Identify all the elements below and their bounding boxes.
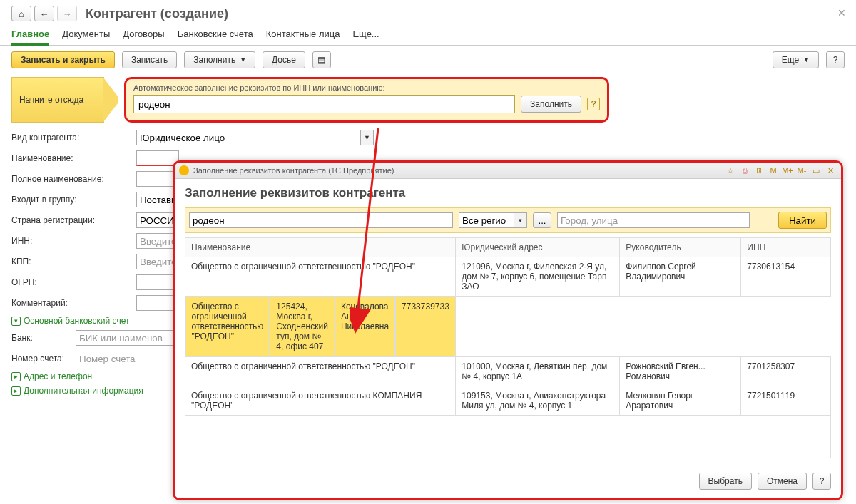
calendar-icon[interactable]: 🗓 bbox=[753, 165, 765, 176]
list-icon-button[interactable]: ▤ bbox=[312, 51, 331, 68]
table-cell: Рожновский Евген... Романович bbox=[620, 357, 741, 386]
tab-main[interactable]: Главное bbox=[11, 29, 49, 46]
tab-more[interactable]: Еще... bbox=[352, 29, 379, 45]
mem-mminus[interactable]: M- bbox=[795, 165, 808, 176]
dialog-help-button[interactable]: ? bbox=[812, 473, 831, 490]
table-cell: 7721501119 bbox=[741, 386, 831, 416]
window-restore-icon[interactable]: ▭ bbox=[810, 165, 822, 176]
table-cell: 7733739733 bbox=[395, 297, 456, 356]
find-button[interactable]: Найти bbox=[778, 212, 827, 229]
table-row[interactable]: Общество с ограниченной ответственностью… bbox=[185, 257, 831, 297]
table-row[interactable]: Общество с ограниченной ответственностью… bbox=[185, 386, 831, 416]
tabs: Главное Документы Договоры Банковские сч… bbox=[0, 21, 856, 46]
forward-button[interactable]: → bbox=[57, 6, 77, 21]
region-dropdown[interactable]: ▾ bbox=[514, 212, 527, 228]
table-cell: 121096, Москва г, Филевская 2-Я ул, дом … bbox=[456, 257, 620, 297]
table-cell: 7730613154 bbox=[741, 257, 831, 297]
autofill-box: Автоматическое заполнение реквизитов по … bbox=[124, 77, 609, 123]
region-more-button[interactable]: ... bbox=[533, 212, 551, 228]
table-cell: 101000, Москва г, Девяткин пер, дом № 4,… bbox=[456, 357, 620, 386]
table-cell: 7701258307 bbox=[741, 357, 831, 386]
table-cell: Коновалова Анна Николаевна bbox=[335, 297, 395, 356]
attach-icon[interactable]: ⎙ bbox=[738, 165, 751, 176]
app-1c-icon bbox=[179, 165, 189, 175]
dialog-heading: Заполнение реквизитов контрагента bbox=[185, 186, 831, 200]
page-title: Контрагент (создание) bbox=[86, 6, 228, 21]
help-button[interactable]: ? bbox=[826, 51, 845, 68]
save-button[interactable]: Записать bbox=[122, 51, 177, 68]
bank-label: Банк: bbox=[11, 333, 76, 343]
col-head[interactable]: Руководитель bbox=[620, 238, 741, 257]
comment-label: Комментарий: bbox=[11, 298, 136, 308]
autofill-input[interactable] bbox=[133, 95, 515, 113]
more-button[interactable]: Еще▼ bbox=[773, 51, 819, 68]
table-cell: Общество с ограниченной ответственностью… bbox=[185, 357, 456, 386]
fill-dialog: Заполнение реквизитов контрагента (1С:Пр… bbox=[173, 160, 843, 500]
empty-cell bbox=[185, 416, 831, 458]
table-cell: Общество с ограниченной ответственностью… bbox=[185, 386, 456, 416]
fill-button[interactable]: Заполнить▼ bbox=[184, 51, 255, 68]
table-cell: Мелконян Геворг Араратович bbox=[620, 386, 741, 416]
tab-contracts[interactable]: Договоры bbox=[123, 29, 164, 45]
col-name[interactable]: Наименование bbox=[185, 238, 456, 257]
home-button[interactable]: ⌂ bbox=[11, 6, 31, 21]
kind-label: Вид контрагента: bbox=[11, 133, 136, 143]
region-input[interactable] bbox=[459, 212, 514, 228]
dialog-search-input[interactable] bbox=[189, 212, 453, 228]
fullname-label: Полное наименование: bbox=[11, 174, 136, 184]
dossier-button[interactable]: Досье bbox=[263, 51, 305, 68]
tab-bank-accounts[interactable]: Банковские счета bbox=[178, 29, 253, 45]
kind-dropdown[interactable]: ▼ bbox=[361, 130, 374, 145]
table-cell: 109153, Москва г, Авиаконструктора Миля … bbox=[456, 386, 620, 416]
dialog-title: Заполнение реквизитов контрагента (1С:Пр… bbox=[193, 166, 394, 175]
city-input[interactable] bbox=[557, 212, 750, 228]
table-row[interactable]: Общество с ограниченной ответственностью… bbox=[185, 297, 456, 356]
table-cell: Филиппов Сергей Владимирович bbox=[620, 257, 741, 297]
window-close-icon[interactable]: ✕ bbox=[824, 165, 837, 176]
select-button[interactable]: Выбрать bbox=[699, 473, 752, 490]
acct-label: Номер счета: bbox=[11, 354, 76, 364]
name-label: Наименование: bbox=[11, 153, 136, 163]
autofill-label: Автоматическое заполнение реквизитов по … bbox=[133, 83, 600, 92]
col-address[interactable]: Юридический адрес bbox=[456, 238, 620, 257]
tab-documents[interactable]: Документы bbox=[62, 29, 110, 45]
col-inn[interactable]: ИНН bbox=[741, 238, 831, 257]
mem-mplus[interactable]: M+ bbox=[781, 165, 794, 176]
autofill-button[interactable]: Заполнить bbox=[521, 96, 581, 113]
kind-input[interactable] bbox=[136, 130, 361, 145]
tab-contacts[interactable]: Контактные лица bbox=[266, 29, 340, 45]
autofill-help[interactable]: ? bbox=[587, 98, 600, 110]
kpp-label: КПП: bbox=[11, 257, 136, 267]
results-table: Наименование Юридический адрес Руководит… bbox=[185, 237, 831, 458]
table-cell: 125424, Москва г, Сходненский туп, дом №… bbox=[270, 297, 335, 356]
ogrn-label: ОГРН: bbox=[11, 277, 136, 287]
group-label: Входит в группу: bbox=[11, 195, 136, 205]
country-label: Страна регистрации: bbox=[11, 215, 136, 225]
start-here-label: Начните отсюда bbox=[11, 77, 104, 123]
table-row[interactable]: Общество с ограниченной ответственностью… bbox=[185, 357, 831, 386]
favorite-icon[interactable]: ☆ bbox=[724, 165, 737, 176]
mem-m[interactable]: M bbox=[767, 165, 780, 176]
back-button[interactable]: ← bbox=[34, 6, 54, 21]
table-cell: Общество с ограниченной ответственностью… bbox=[185, 297, 270, 356]
cancel-button[interactable]: Отмена bbox=[758, 473, 807, 490]
table-cell: Общество с ограниченной ответственностью… bbox=[185, 257, 456, 297]
inn-label: ИНН: bbox=[11, 236, 136, 246]
close-icon[interactable]: ✕ bbox=[837, 7, 846, 19]
save-close-button[interactable]: Записать и закрыть bbox=[11, 51, 115, 68]
